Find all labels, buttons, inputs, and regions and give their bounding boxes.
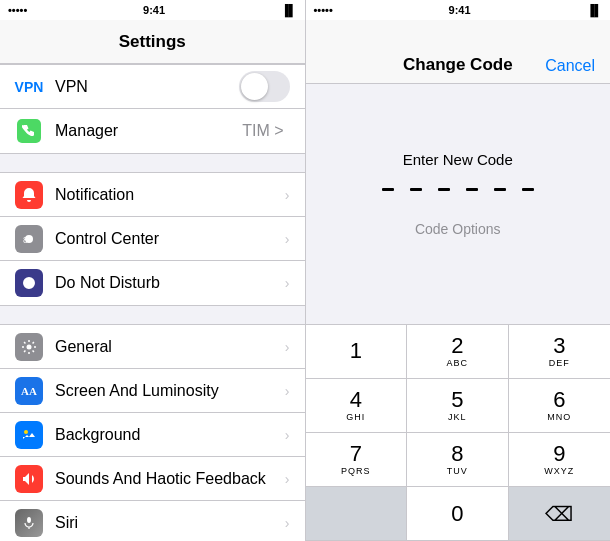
sounds-icon [15, 465, 43, 493]
settings-title: Settings [119, 32, 186, 52]
key-8[interactable]: 8 TUV [407, 433, 509, 487]
background-icon [15, 421, 43, 449]
siri-label: Siri [55, 514, 285, 532]
svg-text:8: 8 [23, 235, 28, 245]
numpad: 1 2 ABC 3 DEF 4 GHI 5 JKL 6 MNO 7 PQRS [306, 324, 611, 541]
key-0-num: 0 [451, 503, 463, 525]
notification-icon [15, 181, 43, 209]
backspace-icon: ⌫ [545, 502, 573, 526]
key-8-letters: TUV [447, 466, 468, 476]
time-display: 9:41 [143, 4, 165, 16]
key-4-num: 4 [350, 389, 362, 411]
dnd-label: Do Not Disturb [55, 274, 285, 292]
passcode-entry-area: Enter New Code Code Options [306, 84, 611, 324]
key-9-letters: WXYZ [544, 466, 574, 476]
screen-luminosity-chevron: › [285, 383, 290, 399]
key-1[interactable]: 1 [306, 325, 408, 379]
screen-icon: AA [15, 377, 43, 405]
key-9-num: 9 [553, 443, 565, 465]
key-7[interactable]: 7 PQRS [306, 433, 408, 487]
vpn-icon: VPN [15, 73, 43, 101]
cancel-button[interactable]: Cancel [545, 57, 595, 75]
svg-point-3 [24, 430, 28, 434]
phone-svg [22, 124, 36, 138]
key-5-num: 5 [451, 389, 463, 411]
key-3[interactable]: 3 DEF [509, 325, 611, 379]
vpn-section: VPN VPN Manager TIM > [0, 64, 305, 154]
manager-row[interactable]: Manager TIM > [0, 109, 305, 153]
general-row[interactable]: General › [0, 325, 305, 369]
key-4-letters: GHI [346, 412, 365, 422]
sounds-chevron: › [285, 471, 290, 487]
key-4[interactable]: 4 GHI [306, 379, 408, 433]
dot-5 [494, 188, 506, 191]
right-time-display: 9:41 [449, 4, 471, 16]
key-2-letters: ABC [446, 358, 468, 368]
phone-icon [15, 117, 43, 145]
key-2-num: 2 [451, 335, 463, 357]
sounds-row[interactable]: Sounds And Haotic Feedback › [0, 457, 305, 501]
siri-icon [15, 509, 43, 537]
key-0[interactable]: 0 [407, 487, 509, 541]
manager-label: Manager [55, 122, 242, 140]
general-section: General › AA Screen And Luminosity › Bac… [0, 324, 305, 541]
key-7-letters: PQRS [341, 466, 371, 476]
background-label: Background [55, 426, 285, 444]
control-center-label: Control Center [55, 230, 285, 248]
key-2[interactable]: 2 ABC [407, 325, 509, 379]
key-6[interactable]: 6 MNO [509, 379, 611, 433]
dnd-row[interactable]: Do Not Disturb › [0, 261, 305, 305]
background-row[interactable]: Background › [0, 413, 305, 457]
passcode-prompt: Enter New Code [403, 151, 513, 168]
background-chevron: › [285, 427, 290, 443]
sounds-label: Sounds And Haotic Feedback [55, 470, 285, 488]
passcode-panel: ••••• 9:41 ▐▌ Change Code Cancel Enter N… [306, 0, 611, 541]
code-options-label[interactable]: Code Options [415, 221, 501, 237]
key-3-letters: DEF [549, 358, 570, 368]
vpn-label: VPN [55, 78, 239, 96]
key-6-num: 6 [553, 389, 565, 411]
key-7-num: 7 [350, 443, 362, 465]
control-center-icon: 8 [15, 225, 43, 253]
dot-1 [382, 188, 394, 191]
right-battery-icon: ▐▌ [586, 4, 602, 16]
change-code-title: Change Code [371, 55, 546, 75]
siri-chevron: › [285, 515, 290, 531]
dot-4 [466, 188, 478, 191]
svg-point-2 [27, 344, 32, 349]
settings-nav-bar: Settings [0, 20, 305, 64]
key-8-num: 8 [451, 443, 463, 465]
dot-3 [438, 188, 450, 191]
general-icon [15, 333, 43, 361]
passcode-dots [382, 188, 534, 191]
key-5-letters: JKL [448, 412, 467, 422]
key-empty [306, 487, 408, 541]
notifications-section: Notification › 8 Control Center › Do Not… [0, 172, 305, 306]
key-1-num: 1 [350, 340, 362, 362]
dot-6 [522, 188, 534, 191]
general-label: General [55, 338, 285, 356]
control-center-row[interactable]: 8 Control Center › [0, 217, 305, 261]
signal-icon: ••••• [8, 4, 27, 16]
dnd-icon [15, 269, 43, 297]
key-6-letters: MNO [547, 412, 571, 422]
settings-content: VPN VPN Manager TIM > [0, 64, 305, 541]
svg-point-4 [27, 517, 31, 523]
dot-2 [410, 188, 422, 191]
manager-value: TIM > [242, 122, 283, 140]
key-5[interactable]: 5 JKL [407, 379, 509, 433]
vpn-row[interactable]: VPN VPN [0, 65, 305, 109]
dnd-chevron: › [285, 275, 290, 291]
notification-chevron: › [285, 187, 290, 203]
vpn-toggle[interactable] [239, 71, 290, 102]
notification-row[interactable]: Notification › [0, 173, 305, 217]
settings-panel: ••••• 9:41 ▐▌ Settings VPN VPN [0, 0, 305, 541]
passcode-nav-bar: Change Code Cancel [306, 20, 611, 84]
key-3-num: 3 [553, 335, 565, 357]
key-backspace[interactable]: ⌫ [509, 487, 611, 541]
siri-row[interactable]: Siri › [0, 501, 305, 541]
left-status-bar: ••••• 9:41 ▐▌ [0, 0, 305, 20]
notification-label: Notification [55, 186, 285, 204]
screen-luminosity-row[interactable]: AA Screen And Luminosity › [0, 369, 305, 413]
key-9[interactable]: 9 WXYZ [509, 433, 611, 487]
